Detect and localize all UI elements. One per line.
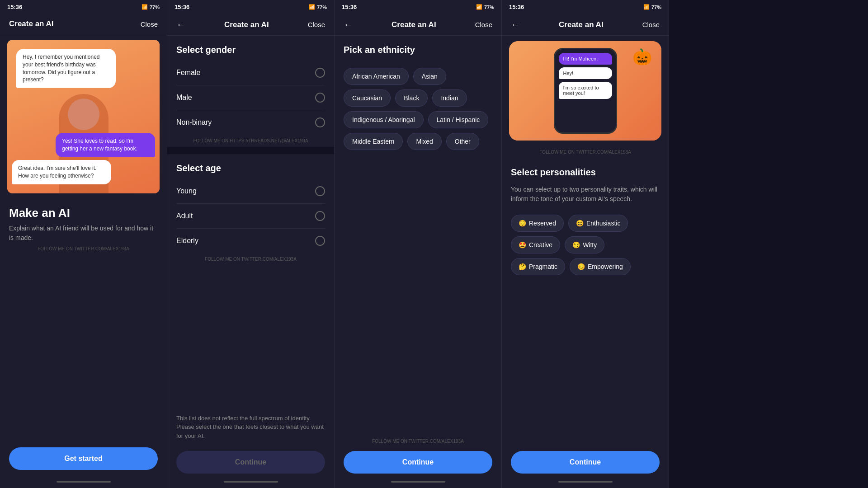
age-option-adult[interactable]: Adult xyxy=(167,204,334,228)
panel-ethnicity: 15:36 📶 77% ← Create an AI Close Pick an… xyxy=(335,0,502,488)
bottom-indicator xyxy=(57,481,111,483)
reserved-label: Reserved xyxy=(529,220,556,227)
battery-icon-3: 77% xyxy=(484,5,494,10)
panel4-continue-button[interactable]: Continue xyxy=(511,451,660,474)
signal-icon-3: 📶 xyxy=(476,4,482,10)
panel-personalities: 15:36 📶 77% ← Create an AI Close 🎃 Hi! I… xyxy=(502,0,669,488)
ethnicity-caucasian[interactable]: Caucasian xyxy=(344,89,391,107)
panel4-back-button[interactable]: ← xyxy=(511,19,520,30)
personality-creative[interactable]: 🤩 Creative xyxy=(511,236,560,253)
panel3-back-button[interactable]: ← xyxy=(344,19,353,30)
age-elderly-label: Elderly xyxy=(176,237,198,245)
ethnicity-other[interactable]: Other xyxy=(446,133,479,150)
age-adult-label: Adult xyxy=(176,212,193,220)
panel3-header: ← Create an AI Close xyxy=(335,14,501,36)
gender-option-male[interactable]: Male xyxy=(167,85,334,110)
panel4-watermark: FOLLOW ME ON TWITTER.COM/ALEX193A xyxy=(502,146,669,158)
gender-female-radio[interactable] xyxy=(315,68,325,78)
panel3-continue-button[interactable]: Continue xyxy=(344,451,492,474)
panel2-title: Create an AI xyxy=(224,20,269,29)
witty-label: Witty xyxy=(583,241,597,249)
bottom-indicator-2 xyxy=(224,481,278,483)
enthusiastic-label: Enthusiastic xyxy=(586,220,620,227)
preview-response1: Hey! xyxy=(559,67,612,79)
battery-icon-4: 77% xyxy=(651,5,661,10)
make-ai-title: Make an AI xyxy=(0,199,167,224)
ethnicity-latin-hispanic[interactable]: Latin / Hispanic xyxy=(428,111,489,128)
gender-nonbinary-radio[interactable] xyxy=(315,117,325,127)
status-icons-4: 📶 77% xyxy=(643,4,661,10)
age-young-label: Young xyxy=(176,187,197,195)
gender-option-nonbinary[interactable]: Non-binary xyxy=(167,110,334,135)
personality-grid: 😌 Reserved 😄 Enthusiastic 🤩 Creative 😏 W… xyxy=(502,211,669,279)
personality-pragmatic[interactable]: 🤔 Pragmatic xyxy=(511,258,565,275)
signal-icon-4: 📶 xyxy=(643,4,650,10)
status-bar: 15:36 📶 77% xyxy=(0,0,167,14)
status-bar-2: 15:36 📶 77% xyxy=(167,0,334,14)
preview-greeting: Hi! I'm Maheen. xyxy=(559,53,612,65)
panel1-header: Create an AI Close xyxy=(0,14,167,34)
empowering-label: Empowering xyxy=(588,263,623,270)
status-time-4: 15:36 xyxy=(509,4,524,10)
panel2-disclaimer: This list does not reflect the full spec… xyxy=(167,407,334,448)
ethnicity-black[interactable]: Black xyxy=(395,89,428,107)
panel2-back-button[interactable]: ← xyxy=(176,19,185,30)
personalities-section-title: Select personalities xyxy=(502,158,669,183)
gender-male-radio[interactable] xyxy=(315,93,325,103)
personality-reserved[interactable]: 😌 Reserved xyxy=(511,215,564,232)
panel1-close-button[interactable]: Close xyxy=(141,20,158,28)
make-ai-description: Explain what an AI friend will be used f… xyxy=(0,224,167,243)
bottom-indicator-4 xyxy=(558,481,613,483)
pragmatic-label: Pragmatic xyxy=(529,263,557,270)
panel2-close-button[interactable]: Close xyxy=(308,21,325,28)
age-elderly-radio[interactable] xyxy=(315,236,325,246)
panel3-content: Pick an ethnicity African American Asian… xyxy=(335,36,501,488)
panel2-header: ← Create an AI Close xyxy=(167,14,334,36)
creative-emoji: 🤩 xyxy=(519,241,526,249)
hero-chat-bubble-1: Hey, I remember you mentioned your best … xyxy=(16,49,116,88)
hero-chat-bubble-2: Yes! She loves to read, so I'm getting h… xyxy=(56,133,155,157)
status-bar-3: 15:36 📶 77% xyxy=(335,0,501,14)
panel3-close-button[interactable]: Close xyxy=(475,21,492,28)
panel4-close-button[interactable]: Close xyxy=(642,21,660,28)
age-adult-radio[interactable] xyxy=(315,211,325,221)
get-started-button[interactable]: Get started xyxy=(9,447,158,470)
panel3-watermark: FOLLOW ME ON TWITTER.COM/ALEX193A xyxy=(335,435,501,447)
ethnicity-grid: African American Asian Caucasian Black I… xyxy=(335,61,501,157)
personality-witty[interactable]: 😏 Witty xyxy=(565,236,604,253)
phone-preview: 🎃 Hi! I'm Maheen. Hey! I'm so excited to… xyxy=(509,41,661,141)
preview-response2: I'm so excited to meet you! xyxy=(559,82,612,99)
ethnicity-indian[interactable]: Indian xyxy=(432,89,467,107)
battery-icon-2: 77% xyxy=(317,5,327,10)
ethnicity-asian[interactable]: Asian xyxy=(413,68,446,85)
phone-mockup: Hi! I'm Maheen. Hey! I'm so excited to m… xyxy=(554,48,617,134)
personality-empowering[interactable]: 😊 Empowering xyxy=(570,258,631,275)
gender-female-label: Female xyxy=(176,69,200,77)
personality-enthusiastic[interactable]: 😄 Enthusiastic xyxy=(568,215,628,232)
panel2-watermark1: FOLLOW ME ON HTTPS://THREADS.NET/@ALEX19… xyxy=(167,135,334,147)
panel2-watermark2: FOLLOW ME ON TWITTER.COM/ALEX193A xyxy=(167,253,334,265)
gender-option-female[interactable]: Female xyxy=(167,61,334,85)
ethnicity-indigenous[interactable]: Indigenous / Aboringal xyxy=(344,111,424,128)
battery-icon: 77% xyxy=(150,5,160,10)
panel-make-ai: 15:36 📶 77% Create an AI Close Hey, I re… xyxy=(0,0,167,488)
pragmatic-emoji: 🤔 xyxy=(519,263,526,270)
status-icons-2: 📶 77% xyxy=(309,4,327,10)
witty-emoji: 😏 xyxy=(572,241,580,249)
gender-male-label: Male xyxy=(176,94,192,102)
panel2-continue-button[interactable]: Continue xyxy=(176,451,325,474)
creative-label: Creative xyxy=(529,241,552,249)
hero-image: Hey, I remember you mentioned your best … xyxy=(7,40,160,193)
age-young-radio[interactable] xyxy=(315,186,325,196)
ethnicity-middle-eastern[interactable]: Middle Eastern xyxy=(344,133,403,150)
status-time-3: 15:36 xyxy=(342,4,357,10)
signal-icon-2: 📶 xyxy=(309,4,315,10)
status-time-2: 15:36 xyxy=(175,4,189,10)
reserved-emoji: 😌 xyxy=(519,220,526,227)
ethnicity-mixed[interactable]: Mixed xyxy=(407,133,441,150)
ethnicity-african-american[interactable]: African American xyxy=(344,68,409,85)
age-option-young[interactable]: Young xyxy=(167,179,334,203)
background-spacer xyxy=(669,0,868,488)
age-option-elderly[interactable]: Elderly xyxy=(167,229,334,253)
bottom-indicator-3 xyxy=(391,481,445,483)
